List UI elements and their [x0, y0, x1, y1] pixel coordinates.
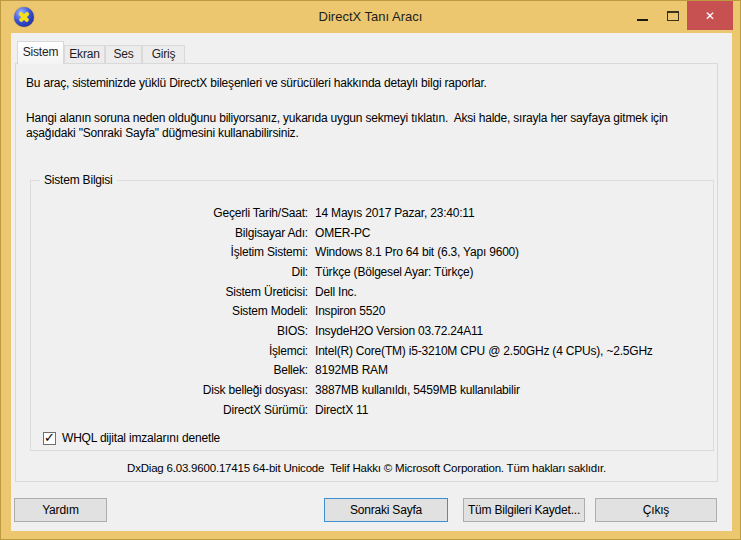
maximize-icon	[667, 11, 679, 21]
tab-ekran[interactable]: Ekran	[64, 45, 105, 63]
close-icon: ✕	[705, 9, 715, 23]
next-page-button[interactable]: Sonraki Sayfa	[324, 498, 448, 522]
info-row-pagefile: Disk belleği dosyası: 3887MB kullanıldı,…	[31, 380, 713, 400]
info-row-memory: Bellek: 8192MB RAM	[31, 361, 713, 381]
whql-checkbox-label: WHQL dijital imzalarını denetle	[62, 431, 220, 445]
info-row-bios: BIOS: InsydeH2O Version 03.72.24A11	[31, 321, 713, 341]
info-row-model: Sistem Modeli: Inspiron 5520	[31, 301, 713, 321]
exit-button[interactable]: Çıkış	[595, 498, 717, 522]
minimize-icon	[637, 19, 648, 21]
tab-page-sistem: Bu araç, sisteminizde yüklü DirectX bile…	[15, 63, 718, 482]
tab-giris[interactable]: Giriş	[142, 45, 185, 63]
help-button[interactable]: Yardım	[14, 498, 107, 522]
info-row-manufacturer: Sistem Üreticisi: Dell Inc.	[31, 282, 713, 302]
info-row-processor: İşlemci: Intel(R) Core(TM) i5-3210M CPU …	[31, 341, 713, 361]
dialog-client-area: Sistem Ekran Ses Giriş Bu araç, sistemin…	[11, 33, 732, 531]
save-all-information-button[interactable]: Tüm Bilgileri Kaydet...	[463, 498, 585, 522]
info-row-language: Dil: Türkçe (Bölgesel Ayar: Türkçe)	[31, 262, 713, 282]
groupbox-title: Sistem Bilgisi	[40, 173, 117, 187]
close-button[interactable]: ✕	[687, 1, 733, 30]
tab-sistem[interactable]: Sistem	[17, 41, 64, 64]
maximize-button[interactable]	[659, 1, 687, 30]
system-info-rows: Geçerli Tarih/Saat: 14 Mayıs 2017 Pazar,…	[31, 203, 713, 420]
system-info-groupbox: Sistem Bilgisi Geçerli Tarih/Saat: 14 Ma…	[30, 180, 714, 451]
check-icon: ✓	[44, 430, 55, 445]
dxdiag-window: DirectX Tanı Aracı ✕ Sistem Ekran Ses Gi…	[0, 0, 741, 540]
whql-checkbox[interactable]: ✓ WHQL dijital imzalarını denetle	[43, 431, 220, 445]
info-row-date: Geçerli Tarih/Saat: 14 Mayıs 2017 Pazar,…	[31, 203, 713, 223]
info-row-os: İşletim Sistemi: Windows 8.1 Pro 64 bit …	[31, 242, 713, 262]
intro-paragraph-2: Hangi alanın soruna neden olduğunu biliy…	[26, 111, 702, 141]
info-row-directx-version: DirectX Sürümü: DirectX 11	[31, 400, 713, 420]
info-row-computer-name: Bilgisayar Adı: OMER-PC	[31, 223, 713, 243]
intro-paragraph-1: Bu araç, sisteminizde yüklü DirectX bile…	[26, 76, 706, 91]
minimize-button[interactable]	[627, 1, 657, 30]
tab-ses[interactable]: Ses	[105, 45, 142, 63]
checkbox-box[interactable]: ✓	[43, 432, 56, 445]
titlebar[interactable]: DirectX Tanı Aracı ✕	[1, 1, 740, 33]
dxdiag-version-status: DxDiag 6.03.9600.17415 64-bit Unicode Te…	[16, 462, 717, 474]
